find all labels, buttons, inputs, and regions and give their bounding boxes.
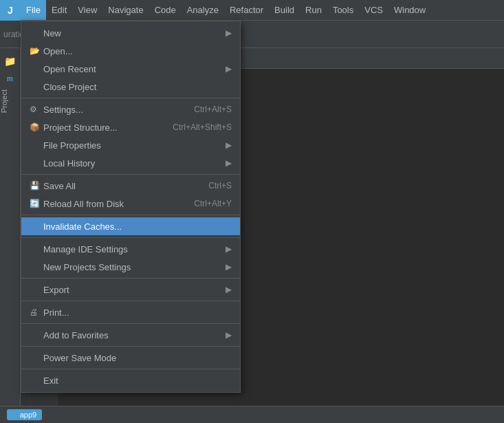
file-properties-arrow-icon: ▶ (226, 140, 232, 150)
open-recent-arrow-icon: ▶ (226, 64, 232, 74)
menu-add-favorites-label: Add to Favorites (43, 330, 226, 340)
menu-settings-label: Settings... (43, 105, 180, 115)
sep8 (21, 346, 240, 347)
save-all-shortcut: Ctrl+S (208, 181, 232, 191)
menu-item-reload[interactable]: 🔄 Reload All from Disk Ctrl+Alt+Y (21, 195, 240, 213)
menu-power-save-label: Power Save Mode (43, 353, 232, 363)
menu-save-all-label: Save All (43, 181, 195, 191)
menu-new-label: New (43, 28, 226, 39)
settings-shortcut: Ctrl+Alt+S (194, 105, 232, 114)
menu-print-label: Print... (43, 307, 232, 318)
reload-icon: 🔄 (30, 199, 43, 208)
menu-invalidate-label: Invalidate Caches... (43, 221, 232, 232)
menu-export-label: Export (43, 285, 226, 295)
file-menu-dropdown: New ▶ 📂 Open... Open Recent ▶ Close Proj… (21, 21, 241, 393)
settings-icon: ⚙ (30, 105, 43, 114)
project-structure-shortcut: Ctrl+Alt+Shift+S (173, 122, 232, 132)
menu-item-print[interactable]: 🖨 Print... (21, 303, 240, 321)
menu-exit-label: Exit (43, 376, 232, 386)
menu-open-recent-label: Open Recent (43, 64, 226, 74)
menu-new-projects-label: New Projects Settings (43, 262, 226, 272)
sep4 (21, 237, 240, 238)
print-icon: 🖨 (30, 307, 43, 317)
menu-open-label: Open... (43, 46, 232, 56)
sep6 (21, 301, 240, 301)
menu-item-settings[interactable]: ⚙ Settings... Ctrl+Alt+S (21, 100, 240, 118)
menu-item-save-all[interactable]: 💾 Save All Ctrl+S (21, 177, 240, 195)
sep5 (21, 278, 240, 279)
menu-item-manage-ide[interactable]: Manage IDE Settings ▶ (21, 240, 240, 258)
sep3 (21, 215, 240, 215)
menu-reload-label: Reload All from Disk (43, 199, 180, 209)
reload-shortcut: Ctrl+Alt+Y (194, 199, 232, 208)
manage-ide-arrow-icon: ▶ (226, 244, 232, 254)
menu-item-add-favorites[interactable]: Add to Favorites ▶ (21, 326, 240, 344)
menu-manage-ide-label: Manage IDE Settings (43, 244, 226, 254)
menu-file-properties-label: File Properties (43, 140, 226, 151)
add-favorites-arrow-icon: ▶ (226, 330, 232, 340)
dropdown-overlay[interactable]: New ▶ 📂 Open... Open Recent ▶ Close Proj… (0, 0, 504, 423)
menu-item-open-recent[interactable]: Open Recent ▶ (21, 60, 240, 78)
menu-item-file-properties[interactable]: File Properties ▶ (21, 136, 240, 154)
sep1 (21, 98, 240, 98)
project-structure-icon: 📦 (30, 122, 43, 132)
menu-item-close-project[interactable]: Close Project (21, 78, 240, 96)
sep7 (21, 323, 240, 324)
menu-item-invalidate[interactable]: Invalidate Caches... (21, 217, 240, 235)
menu-item-export[interactable]: Export ▶ (21, 281, 240, 299)
menu-item-open[interactable]: 📂 Open... (21, 42, 240, 60)
local-history-arrow-icon: ▶ (226, 158, 232, 168)
menu-item-new-projects[interactable]: New Projects Settings ▶ (21, 258, 240, 276)
new-arrow-icon: ▶ (226, 28, 232, 38)
menu-local-history-label: Local History (43, 158, 226, 169)
menu-item-power-save[interactable]: Power Save Mode (21, 349, 240, 367)
open-icon: 📂 (30, 46, 43, 56)
menu-project-structure-label: Project Structure... (43, 122, 159, 133)
menu-item-project-structure[interactable]: 📦 Project Structure... Ctrl+Alt+Shift+S (21, 118, 240, 136)
new-projects-arrow-icon: ▶ (226, 262, 232, 272)
save-all-icon: 💾 (30, 181, 43, 191)
menu-item-local-history[interactable]: Local History ▶ (21, 154, 240, 172)
menu-close-project-label: Close Project (43, 82, 232, 92)
menu-item-new[interactable]: New ▶ (21, 24, 240, 42)
sep2 (21, 174, 240, 175)
export-arrow-icon: ▶ (226, 285, 232, 294)
menu-item-exit[interactable]: Exit (21, 371, 240, 389)
sep9 (21, 369, 240, 369)
